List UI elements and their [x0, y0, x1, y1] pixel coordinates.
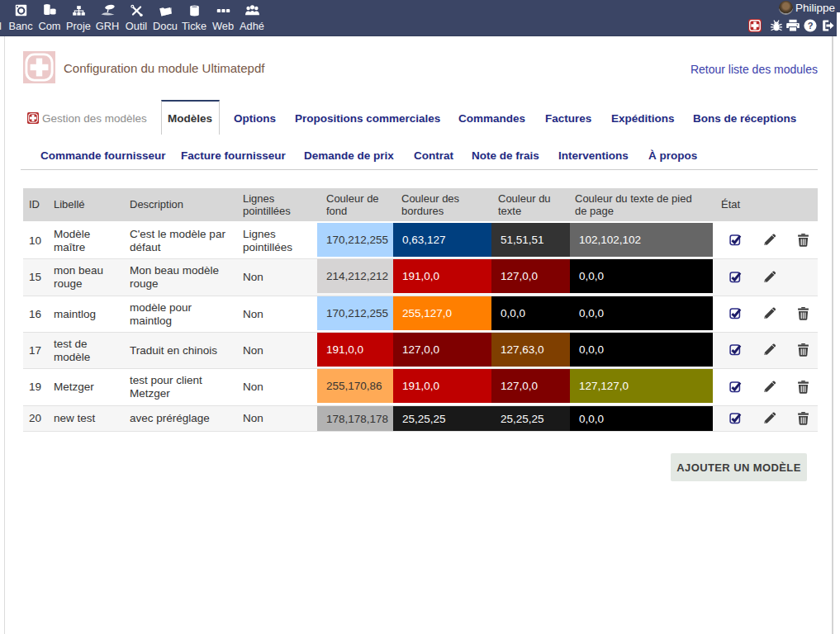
svg-text:?: ? — [808, 21, 814, 31]
